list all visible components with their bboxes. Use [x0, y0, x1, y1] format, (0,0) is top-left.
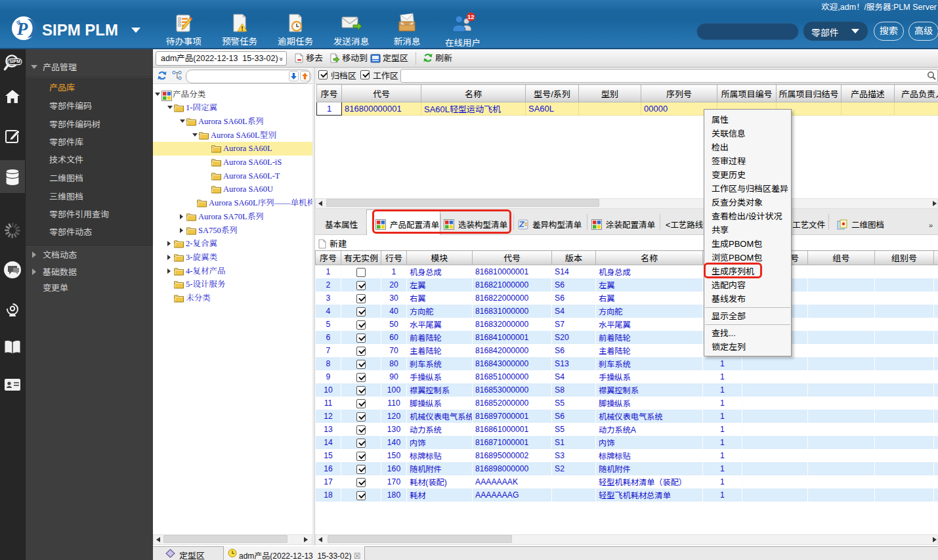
svg-text:SIPM: SIPM — [9, 59, 20, 64]
svg-text:12: 12 — [467, 13, 475, 20]
svg-text:P: P — [16, 19, 28, 39]
